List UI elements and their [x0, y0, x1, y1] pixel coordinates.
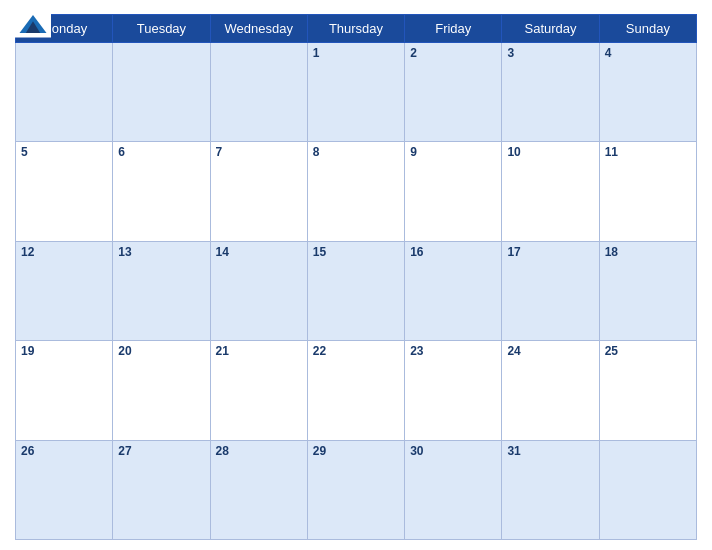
calendar-cell	[113, 43, 210, 142]
day-number: 19	[21, 344, 34, 358]
day-number: 21	[216, 344, 229, 358]
calendar-cell: 20	[113, 341, 210, 440]
day-number: 16	[410, 245, 423, 259]
calendar-week-row: 262728293031	[16, 440, 697, 539]
calendar-cell: 15	[307, 241, 404, 340]
calendar-table: MondayTuesdayWednesdayThursdayFridaySatu…	[15, 14, 697, 540]
calendar-cell: 30	[405, 440, 502, 539]
calendar-cell: 12	[16, 241, 113, 340]
day-number: 30	[410, 444, 423, 458]
calendar-week-row: 12131415161718	[16, 241, 697, 340]
day-number: 6	[118, 145, 125, 159]
day-number: 3	[507, 46, 514, 60]
calendar-cell: 23	[405, 341, 502, 440]
calendar-week-row: 567891011	[16, 142, 697, 241]
day-number: 10	[507, 145, 520, 159]
day-number: 13	[118, 245, 131, 259]
calendar-cell: 1	[307, 43, 404, 142]
calendar-cell: 2	[405, 43, 502, 142]
weekday-header-row: MondayTuesdayWednesdayThursdayFridaySatu…	[16, 15, 697, 43]
day-number: 18	[605, 245, 618, 259]
calendar-cell: 22	[307, 341, 404, 440]
logo	[15, 10, 51, 38]
calendar-cell: 6	[113, 142, 210, 241]
calendar-cell	[599, 440, 696, 539]
day-number: 9	[410, 145, 417, 159]
day-number: 2	[410, 46, 417, 60]
weekday-header-wednesday: Wednesday	[210, 15, 307, 43]
day-number: 7	[216, 145, 223, 159]
calendar-week-row: 19202122232425	[16, 341, 697, 440]
day-number: 17	[507, 245, 520, 259]
calendar-cell: 9	[405, 142, 502, 241]
calendar-cell: 5	[16, 142, 113, 241]
day-number: 29	[313, 444, 326, 458]
day-number: 20	[118, 344, 131, 358]
calendar-cell: 19	[16, 341, 113, 440]
day-number: 11	[605, 145, 618, 159]
day-number: 24	[507, 344, 520, 358]
calendar-cell: 28	[210, 440, 307, 539]
calendar-cell: 11	[599, 142, 696, 241]
calendar-cell: 31	[502, 440, 599, 539]
day-number: 27	[118, 444, 131, 458]
day-number: 28	[216, 444, 229, 458]
calendar-cell: 10	[502, 142, 599, 241]
day-number: 12	[21, 245, 34, 259]
calendar-week-row: 1234	[16, 43, 697, 142]
calendar-cell: 18	[599, 241, 696, 340]
day-number: 26	[21, 444, 34, 458]
calendar-cell: 26	[16, 440, 113, 539]
calendar-cell: 16	[405, 241, 502, 340]
weekday-header-tuesday: Tuesday	[113, 15, 210, 43]
calendar-cell: 27	[113, 440, 210, 539]
day-number: 4	[605, 46, 612, 60]
day-number: 23	[410, 344, 423, 358]
calendar-cell: 24	[502, 341, 599, 440]
day-number: 15	[313, 245, 326, 259]
calendar-cell: 7	[210, 142, 307, 241]
day-number: 22	[313, 344, 326, 358]
calendar-cell: 21	[210, 341, 307, 440]
weekday-header-friday: Friday	[405, 15, 502, 43]
calendar-cell: 3	[502, 43, 599, 142]
calendar-cell: 4	[599, 43, 696, 142]
day-number: 1	[313, 46, 320, 60]
calendar-cell: 29	[307, 440, 404, 539]
calendar-cell: 25	[599, 341, 696, 440]
weekday-header-sunday: Sunday	[599, 15, 696, 43]
calendar-cell	[210, 43, 307, 142]
calendar-cell: 17	[502, 241, 599, 340]
day-number: 14	[216, 245, 229, 259]
calendar-body: 1234567891011121314151617181920212223242…	[16, 43, 697, 540]
calendar-cell: 13	[113, 241, 210, 340]
weekday-header-thursday: Thursday	[307, 15, 404, 43]
calendar-cell	[16, 43, 113, 142]
day-number: 5	[21, 145, 28, 159]
weekday-header-saturday: Saturday	[502, 15, 599, 43]
calendar-cell: 14	[210, 241, 307, 340]
day-number: 8	[313, 145, 320, 159]
day-number: 25	[605, 344, 618, 358]
day-number: 31	[507, 444, 520, 458]
calendar-cell: 8	[307, 142, 404, 241]
